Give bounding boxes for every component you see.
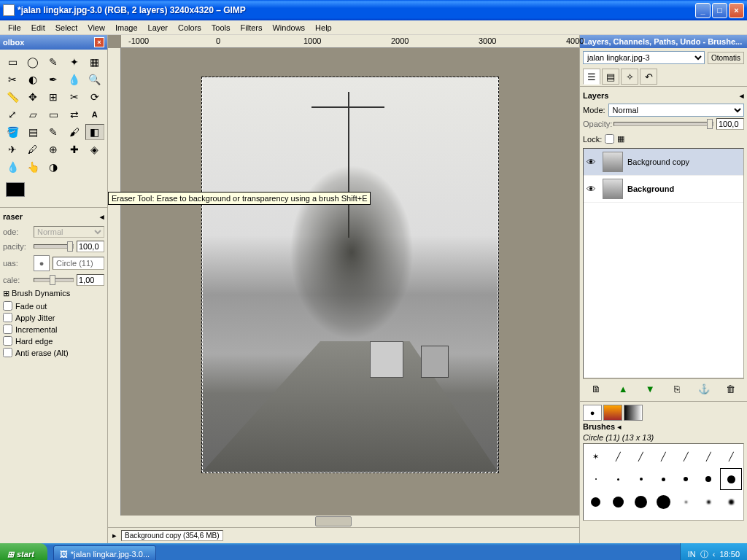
layer-thumbnail[interactable] <box>603 152 623 172</box>
brush-cell[interactable] <box>630 491 652 513</box>
crop-tool[interactable]: ✂ <box>65 89 84 105</box>
gradients-tab[interactable] <box>624 405 643 421</box>
incremental-check[interactable] <box>3 324 12 334</box>
measure-tool[interactable]: 📏 <box>3 89 22 105</box>
brush-cell[interactable] <box>653 468 675 490</box>
opacity-slider[interactable] <box>34 244 74 249</box>
anti-erase-check[interactable] <box>3 348 12 357</box>
layer-name[interactable]: Background copy <box>627 158 689 166</box>
brush-cell[interactable] <box>630 468 652 490</box>
layers-panel-title[interactable]: Layers, Channels, Paths, Undo - Brushe..… <box>580 35 747 48</box>
opacity-value[interactable] <box>77 241 104 252</box>
tray-clock[interactable]: 18:50 <box>719 550 740 559</box>
brush-cell[interactable] <box>697 491 719 513</box>
taskbar-item[interactable]: 🖼*jalan lingkar.jpg-3.0... <box>53 545 156 560</box>
new-layer-button[interactable]: 🗎 <box>589 382 603 395</box>
brush-grid[interactable]: ✶ ╱ ╱ ╱ ╱ ╱ ╱ <box>583 443 744 521</box>
layer-opacity-value[interactable] <box>716 118 744 130</box>
scale-slider[interactable] <box>34 278 74 282</box>
blend-tool[interactable]: ▤ <box>23 124 42 140</box>
brush-cell[interactable] <box>585 491 607 513</box>
channels-tab[interactable]: ▤ <box>602 69 619 85</box>
tray-lang[interactable]: IN <box>688 550 696 559</box>
ellipse-select-tool[interactable]: ◯ <box>23 54 42 70</box>
brush-cell[interactable]: ╱ <box>675 446 697 467</box>
ink-tool[interactable]: 🖊 <box>23 141 42 158</box>
brush-cell[interactable] <box>675 468 697 490</box>
layers-tab[interactable]: ☰ <box>583 69 600 85</box>
dodge-burn-tool[interactable]: ◑ <box>44 159 63 175</box>
delete-layer-button[interactable]: 🗑 <box>724 382 738 395</box>
menu-select[interactable]: Select <box>50 22 83 34</box>
foreground-color[interactable] <box>6 182 25 197</box>
fade-out-check[interactable] <box>3 301 12 311</box>
paintbrush-tool[interactable]: 🖌 <box>65 124 84 140</box>
perspective-tool[interactable]: ▭ <box>44 106 63 122</box>
brush-cell[interactable] <box>675 491 697 513</box>
menu-windows[interactable]: Windows <box>267 22 310 34</box>
brush-preview[interactable]: ● <box>34 255 50 271</box>
layers-menu-icon[interactable]: ◂ <box>740 91 744 101</box>
visibility-icon[interactable]: 👁 <box>587 157 598 168</box>
undo-tab[interactable]: ↶ <box>640 69 657 85</box>
move-tool[interactable]: ✥ <box>23 89 42 105</box>
auto-button[interactable]: Otomatis <box>708 52 744 64</box>
duplicate-layer-button[interactable]: ⎘ <box>670 382 684 395</box>
tray-icon[interactable]: ‹ <box>713 550 716 559</box>
image-canvas[interactable] <box>201 77 499 473</box>
scale-tool[interactable]: ⤢ <box>3 106 22 122</box>
color-picker-tool[interactable]: 💧 <box>65 71 84 88</box>
status-layer-info[interactable]: Background copy (354,6 MB) <box>121 530 223 541</box>
horizontal-scrollbar[interactable] <box>108 516 579 527</box>
scale-value[interactable] <box>77 274 104 286</box>
flip-tool[interactable]: ⇄ <box>65 106 84 122</box>
tool-options-menu-icon[interactable]: ◂ <box>100 212 104 222</box>
brush-cell[interactable] <box>585 468 607 490</box>
menu-help[interactable]: Help <box>310 22 337 34</box>
layer-thumbnail[interactable] <box>603 179 623 199</box>
mode-select[interactable]: Normal <box>34 226 104 238</box>
zoom-tool[interactable]: 🔍 <box>85 71 104 88</box>
eraser-tool[interactable]: ◧ <box>85 124 104 140</box>
canvas[interactable] <box>121 48 579 516</box>
blur-tool[interactable]: 💧 <box>3 159 22 175</box>
brushes-menu-icon[interactable]: ◂ <box>617 422 622 431</box>
horizontal-ruler[interactable]: -1000 0 1000 2000 3000 4000 <box>121 35 579 48</box>
bucket-fill-tool[interactable]: 🪣 <box>3 124 22 140</box>
rect-select-tool[interactable]: ▭ <box>3 54 22 70</box>
layer-item[interactable]: 👁 Background copy <box>584 149 743 176</box>
menu-view[interactable]: View <box>82 22 110 34</box>
foreground-select-tool[interactable]: ◐ <box>23 71 42 88</box>
free-select-tool[interactable]: ✎ <box>44 54 63 70</box>
pencil-tool[interactable]: ✎ <box>44 124 63 140</box>
brush-cell[interactable]: ╱ <box>720 446 742 467</box>
menu-colors[interactable]: Colors <box>173 22 206 34</box>
brush-dynamics-expand[interactable]: ⊞ Brush Dynamics <box>3 289 104 298</box>
vertical-ruler[interactable] <box>108 48 121 516</box>
text-tool[interactable]: A <box>85 106 104 122</box>
paths-tool[interactable]: ✒ <box>44 71 63 88</box>
toolbox-close-icon[interactable]: × <box>94 37 104 47</box>
start-button[interactable]: ⊞start <box>0 543 47 560</box>
minimize-button[interactable]: _ <box>695 3 711 18</box>
anchor-layer-button[interactable]: ⚓ <box>697 382 711 395</box>
brush-cell[interactable]: ╱ <box>653 446 675 467</box>
brush-cell[interactable]: ╱ <box>608 446 630 467</box>
lock-pixels-check[interactable] <box>605 134 614 144</box>
layer-mode-select[interactable]: Normal <box>608 104 744 117</box>
color-swatches[interactable] <box>0 179 107 207</box>
rotate-tool[interactable]: ⟳ <box>85 89 104 105</box>
hard-edge-check[interactable] <box>3 336 12 346</box>
menu-file[interactable]: File <box>3 22 26 34</box>
lower-layer-button[interactable]: ▼ <box>643 382 657 395</box>
clone-tool[interactable]: ⊕ <box>44 141 63 158</box>
system-tray[interactable]: IN ⓘ ‹ 18:50 <box>680 543 747 560</box>
image-selector[interactable]: jalan lingkar.jpg-3 <box>583 51 705 64</box>
paths-tab[interactable]: ✧ <box>621 69 638 85</box>
menu-tools[interactable]: Tools <box>206 22 236 34</box>
brush-cell[interactable] <box>608 491 630 513</box>
fuzzy-select-tool[interactable]: ✦ <box>65 54 84 70</box>
brush-cell[interactable] <box>720 491 742 513</box>
perspective-clone-tool[interactable]: ◈ <box>85 141 104 158</box>
layer-name[interactable]: Background <box>627 184 674 193</box>
